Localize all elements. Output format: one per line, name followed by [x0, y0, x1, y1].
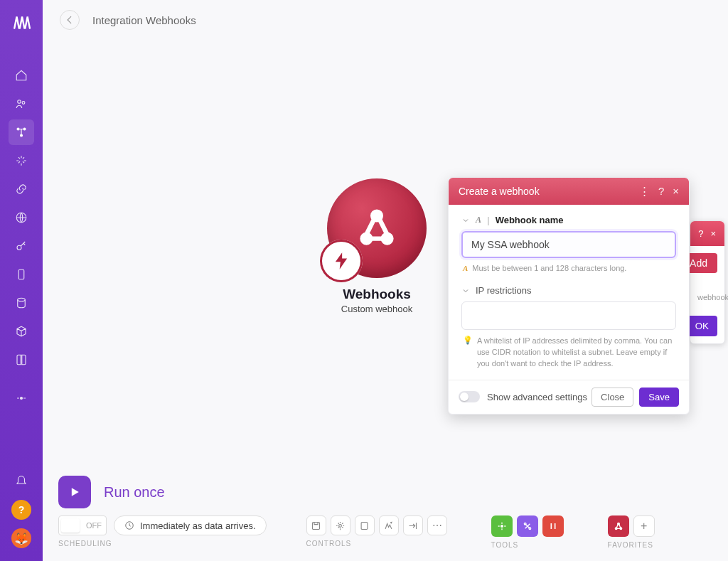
chevron-down-icon[interactable] — [461, 216, 470, 225]
webhook-name-input[interactable] — [461, 231, 676, 258]
svg-point-19 — [529, 528, 531, 530]
nav-data[interactable] — [9, 290, 34, 316]
nav-connections[interactable] — [9, 176, 34, 202]
node-circle — [327, 178, 427, 278]
node-title: Webhooks — [327, 287, 427, 302]
nav-box[interactable] — [9, 319, 34, 344]
advanced-label: Show advanced settings — [487, 392, 587, 402]
scheduling-toggle[interactable]: OFF — [58, 515, 107, 535]
instant-badge-icon — [320, 240, 363, 282]
type-indicator: A — [476, 215, 481, 225]
tool-flow[interactable] — [491, 515, 513, 537]
explain-icon[interactable] — [403, 515, 423, 535]
more-controls-icon[interactable]: ⋯ — [427, 515, 447, 535]
ip-restrictions-label: IP restrictions — [476, 285, 532, 296]
modal-title: Create a webhook — [459, 186, 540, 197]
scheduling-label: SCHEDULING — [58, 540, 267, 547]
add-favorite[interactable]: + — [633, 515, 655, 537]
avatar[interactable]: 🦊 — [11, 528, 31, 548]
sidebar: ? 🦊 — [0, 0, 43, 561]
favorites-label: FAVORITES — [608, 541, 655, 549]
nav-team[interactable] — [9, 91, 34, 117]
bottombar: Run once OFF Immediately as data arrives… — [58, 476, 728, 561]
save-button[interactable]: Save — [639, 388, 679, 407]
hint-text: webhooks, — [697, 273, 717, 301]
info-icon: 💡 — [463, 336, 473, 345]
webhook-select-dialog: ? × Add webhooks, el OK — [690, 220, 725, 344]
help-icon[interactable]: ? — [698, 228, 703, 239]
svg-point-15 — [339, 524, 342, 527]
nav-keys[interactable] — [9, 233, 34, 259]
modal-header: Create a webhook ⋮ ? × — [449, 178, 689, 205]
svg-point-17 — [500, 525, 503, 528]
nav-devices[interactable] — [9, 262, 34, 287]
schedule-info[interactable]: Immediately as data arrives. — [114, 515, 267, 535]
webhook-node[interactable]: Webhooks Custom webhook — [327, 178, 427, 314]
nav-apps[interactable] — [9, 148, 34, 173]
svg-point-18 — [524, 523, 526, 525]
chevron-down-icon[interactable] — [461, 287, 470, 295]
run-once-button[interactable] — [58, 476, 91, 508]
webhook-name-hint: Must be between 1 and 128 characters lon… — [472, 264, 626, 272]
ip-restrictions-input[interactable] — [461, 301, 676, 330]
note-icon[interactable] — [355, 515, 375, 535]
advanced-toggle[interactable] — [459, 391, 480, 402]
canvas: Webhooks Custom webhook ? × Add webhooks… — [43, 40, 728, 511]
controls-label: CONTROLS — [306, 540, 447, 547]
nav-webhooks[interactable] — [9, 205, 34, 230]
nav-scenarios[interactable] — [9, 119, 34, 145]
logo — [12, 13, 31, 34]
svg-point-0 — [18, 100, 21, 104]
svg-point-6 — [17, 245, 21, 250]
nav-home[interactable] — [9, 63, 34, 88]
more-icon[interactable]: ⋮ — [639, 185, 650, 198]
save-icon[interactable] — [306, 515, 326, 535]
warning-icon: A — [463, 264, 468, 272]
run-once-label: Run once — [104, 484, 165, 501]
page-title: Integration Webhooks — [92, 14, 196, 26]
nav-docs[interactable] — [9, 347, 34, 373]
webhook-name-label: Webhook name — [496, 215, 564, 225]
tools-label: TOOLS — [491, 541, 564, 549]
clock-icon — [124, 520, 134, 530]
ip-restrictions-hint: A whitelist of IP addresses delimited by… — [477, 336, 675, 370]
svg-rect-14 — [313, 522, 320, 529]
svg-point-1 — [22, 102, 25, 105]
help-icon[interactable]: ? — [658, 185, 664, 198]
tool-tools[interactable] — [517, 515, 538, 537]
close-icon[interactable]: × — [673, 185, 679, 198]
ok-button[interactable]: OK — [687, 316, 717, 336]
topbar: Integration Webhooks — [43, 0, 728, 40]
nav-more[interactable] — [9, 385, 34, 411]
node-subtitle: Custom webhook — [327, 304, 427, 314]
create-webhook-modal: Create a webhook ⋮ ? × A | Webhook name … — [448, 177, 690, 415]
nav-notifications[interactable] — [9, 467, 34, 493]
back-button[interactable] — [60, 10, 80, 30]
tool-text[interactable] — [542, 515, 564, 537]
help-icon[interactable]: ? — [11, 500, 31, 520]
svg-rect-7 — [18, 269, 24, 279]
close-button[interactable]: Close — [592, 388, 633, 407]
favorite-webhook[interactable] — [608, 515, 629, 537]
settings-icon[interactable] — [331, 515, 350, 535]
svg-point-9 — [21, 397, 23, 400]
svg-point-8 — [18, 298, 26, 301]
auto-align-icon[interactable] — [379, 515, 399, 535]
close-icon[interactable]: × — [710, 228, 716, 239]
svg-rect-16 — [361, 522, 368, 529]
